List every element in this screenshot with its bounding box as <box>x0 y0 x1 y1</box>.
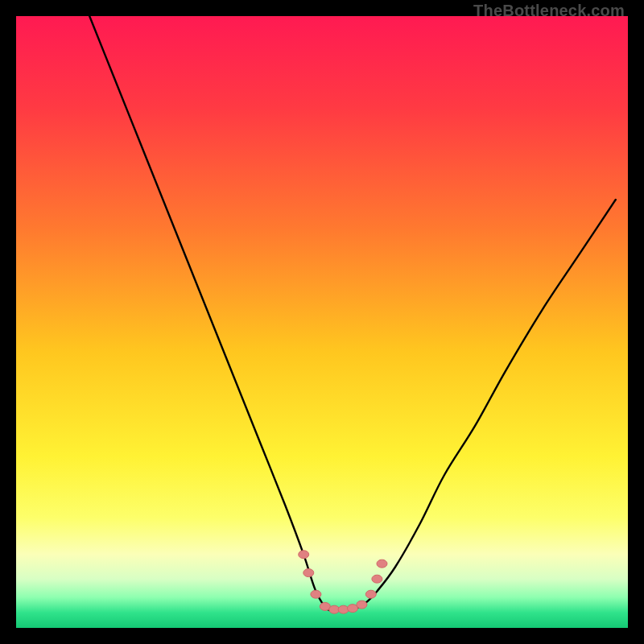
trough-marker <box>365 590 376 598</box>
trough-marker <box>338 605 349 613</box>
trough-marker <box>299 551 309 559</box>
trough-marker <box>357 601 367 609</box>
trough-marker <box>303 569 314 577</box>
chart-frame <box>16 16 628 628</box>
trough-marker <box>372 575 382 583</box>
trough-marker <box>311 590 321 598</box>
trough-marker <box>377 559 387 568</box>
bottleneck-curve <box>16 16 628 628</box>
watermark-text: TheBottleneck.com <box>473 2 625 20</box>
